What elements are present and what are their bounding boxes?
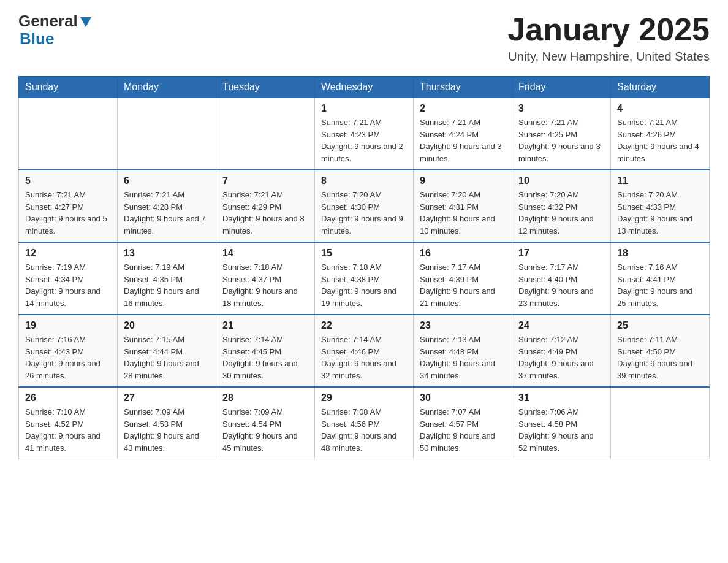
day-number: 23 (420, 320, 506, 331)
calendar-subtitle: Unity, New Hampshire, United States (507, 50, 710, 64)
calendar-cell: 19Sunrise: 7:16 AM Sunset: 4:43 PM Dayli… (19, 315, 118, 387)
day-number: 18 (617, 248, 703, 259)
day-info: Sunrise: 7:09 AM Sunset: 4:54 PM Dayligh… (222, 406, 308, 454)
week-row-5: 26Sunrise: 7:10 AM Sunset: 4:52 PM Dayli… (19, 387, 710, 459)
calendar-cell: 9Sunrise: 7:20 AM Sunset: 4:31 PM Daylig… (414, 170, 512, 242)
day-number: 15 (321, 248, 407, 259)
calendar-cell: 10Sunrise: 7:20 AM Sunset: 4:32 PM Dayli… (512, 170, 611, 242)
logo-triangle-icon (79, 15, 93, 28)
header-tuesday: Tuesday (216, 77, 315, 98)
day-number: 31 (518, 393, 604, 404)
day-info: Sunrise: 7:21 AM Sunset: 4:26 PM Dayligh… (617, 117, 703, 164)
calendar-cell: 6Sunrise: 7:21 AM Sunset: 4:28 PM Daylig… (118, 170, 216, 242)
day-info: Sunrise: 7:18 AM Sunset: 4:37 PM Dayligh… (222, 261, 308, 309)
title-section: January 2025 Unity, New Hampshire, Unite… (507, 12, 710, 64)
calendar-cell (216, 98, 315, 170)
day-info: Sunrise: 7:18 AM Sunset: 4:38 PM Dayligh… (321, 261, 407, 309)
day-number: 4 (617, 103, 703, 114)
day-number: 2 (420, 103, 506, 114)
header-friday: Friday (512, 77, 611, 98)
day-info: Sunrise: 7:16 AM Sunset: 4:43 PM Dayligh… (25, 334, 111, 381)
calendar-cell: 1Sunrise: 7:21 AM Sunset: 4:23 PM Daylig… (315, 98, 414, 170)
calendar-cell: 8Sunrise: 7:20 AM Sunset: 4:30 PM Daylig… (315, 170, 414, 242)
week-row-4: 19Sunrise: 7:16 AM Sunset: 4:43 PM Dayli… (19, 315, 710, 387)
header-saturday: Saturday (611, 77, 710, 98)
calendar-title: January 2025 (507, 12, 710, 47)
calendar-cell: 31Sunrise: 7:06 AM Sunset: 4:58 PM Dayli… (512, 387, 611, 459)
calendar-cell: 26Sunrise: 7:10 AM Sunset: 4:52 PM Dayli… (19, 387, 118, 459)
day-info: Sunrise: 7:15 AM Sunset: 4:44 PM Dayligh… (124, 334, 210, 381)
day-number: 20 (124, 320, 210, 331)
calendar-cell: 23Sunrise: 7:13 AM Sunset: 4:48 PM Dayli… (414, 315, 512, 387)
logo-blue: Blue (20, 30, 93, 48)
calendar-cell: 29Sunrise: 7:08 AM Sunset: 4:56 PM Dayli… (315, 387, 414, 459)
day-info: Sunrise: 7:19 AM Sunset: 4:34 PM Dayligh… (25, 261, 111, 309)
day-info: Sunrise: 7:21 AM Sunset: 4:28 PM Dayligh… (124, 189, 210, 237)
day-info: Sunrise: 7:20 AM Sunset: 4:33 PM Dayligh… (617, 189, 703, 237)
day-info: Sunrise: 7:17 AM Sunset: 4:40 PM Dayligh… (518, 261, 604, 309)
day-info: Sunrise: 7:10 AM Sunset: 4:52 PM Dayligh… (25, 406, 111, 454)
day-info: Sunrise: 7:21 AM Sunset: 4:27 PM Dayligh… (25, 189, 111, 237)
calendar-cell (19, 98, 118, 170)
calendar-cell: 27Sunrise: 7:09 AM Sunset: 4:53 PM Dayli… (118, 387, 216, 459)
calendar-cell: 22Sunrise: 7:14 AM Sunset: 4:46 PM Dayli… (315, 315, 414, 387)
day-number: 25 (617, 320, 703, 331)
day-info: Sunrise: 7:21 AM Sunset: 4:24 PM Dayligh… (420, 117, 506, 164)
calendar-cell: 14Sunrise: 7:18 AM Sunset: 4:37 PM Dayli… (216, 242, 315, 315)
day-number: 6 (124, 175, 210, 186)
logo-general: General (18, 12, 78, 30)
day-info: Sunrise: 7:14 AM Sunset: 4:45 PM Dayligh… (222, 334, 308, 381)
calendar-cell: 20Sunrise: 7:15 AM Sunset: 4:44 PM Dayli… (118, 315, 216, 387)
day-number: 13 (124, 248, 210, 259)
calendar-cell: 2Sunrise: 7:21 AM Sunset: 4:24 PM Daylig… (414, 98, 512, 170)
week-row-3: 12Sunrise: 7:19 AM Sunset: 4:34 PM Dayli… (19, 242, 710, 315)
day-number: 5 (25, 175, 111, 186)
calendar-cell: 28Sunrise: 7:09 AM Sunset: 4:54 PM Dayli… (216, 387, 315, 459)
week-row-2: 5Sunrise: 7:21 AM Sunset: 4:27 PM Daylig… (19, 170, 710, 242)
day-info: Sunrise: 7:14 AM Sunset: 4:46 PM Dayligh… (321, 334, 407, 381)
day-info: Sunrise: 7:07 AM Sunset: 4:57 PM Dayligh… (420, 406, 506, 454)
day-number: 24 (518, 320, 604, 331)
day-number: 27 (124, 393, 210, 404)
day-number: 17 (518, 248, 604, 259)
day-number: 3 (518, 103, 604, 114)
day-info: Sunrise: 7:16 AM Sunset: 4:41 PM Dayligh… (617, 261, 703, 309)
day-number: 21 (222, 320, 308, 331)
day-number: 12 (25, 248, 111, 259)
day-number: 7 (222, 175, 308, 186)
day-number: 1 (321, 103, 407, 114)
day-info: Sunrise: 7:21 AM Sunset: 4:25 PM Dayligh… (518, 117, 604, 164)
day-number: 30 (420, 393, 506, 404)
day-number: 28 (222, 393, 308, 404)
day-info: Sunrise: 7:13 AM Sunset: 4:48 PM Dayligh… (420, 334, 506, 381)
calendar-cell: 11Sunrise: 7:20 AM Sunset: 4:33 PM Dayli… (611, 170, 710, 242)
header-sunday: Sunday (19, 77, 118, 98)
calendar-cell (118, 98, 216, 170)
day-info: Sunrise: 7:21 AM Sunset: 4:29 PM Dayligh… (222, 189, 308, 237)
header-wednesday: Wednesday (315, 77, 414, 98)
calendar-table: Sunday Monday Tuesday Wednesday Thursday… (18, 76, 710, 459)
calendar-cell: 4Sunrise: 7:21 AM Sunset: 4:26 PM Daylig… (611, 98, 710, 170)
calendar-cell: 15Sunrise: 7:18 AM Sunset: 4:38 PM Dayli… (315, 242, 414, 315)
day-info: Sunrise: 7:17 AM Sunset: 4:39 PM Dayligh… (420, 261, 506, 309)
day-info: Sunrise: 7:08 AM Sunset: 4:56 PM Dayligh… (321, 406, 407, 454)
calendar-cell: 13Sunrise: 7:19 AM Sunset: 4:35 PM Dayli… (118, 242, 216, 315)
calendar-header-row: Sunday Monday Tuesday Wednesday Thursday… (19, 77, 710, 98)
day-info: Sunrise: 7:21 AM Sunset: 4:23 PM Dayligh… (321, 117, 407, 164)
week-row-1: 1Sunrise: 7:21 AM Sunset: 4:23 PM Daylig… (19, 98, 710, 170)
day-number: 10 (518, 175, 604, 186)
svg-marker-0 (80, 17, 91, 27)
day-info: Sunrise: 7:12 AM Sunset: 4:49 PM Dayligh… (518, 334, 604, 381)
day-number: 19 (25, 320, 111, 331)
calendar-cell: 17Sunrise: 7:17 AM Sunset: 4:40 PM Dayli… (512, 242, 611, 315)
calendar-cell: 18Sunrise: 7:16 AM Sunset: 4:41 PM Dayli… (611, 242, 710, 315)
day-info: Sunrise: 7:20 AM Sunset: 4:30 PM Dayligh… (321, 189, 407, 237)
day-number: 8 (321, 175, 407, 186)
day-info: Sunrise: 7:11 AM Sunset: 4:50 PM Dayligh… (617, 334, 703, 381)
calendar-cell: 5Sunrise: 7:21 AM Sunset: 4:27 PM Daylig… (19, 170, 118, 242)
day-info: Sunrise: 7:19 AM Sunset: 4:35 PM Dayligh… (124, 261, 210, 309)
logo: General Blue (18, 12, 93, 47)
day-info: Sunrise: 7:06 AM Sunset: 4:58 PM Dayligh… (518, 406, 604, 454)
day-number: 11 (617, 175, 703, 186)
page-header: General Blue January 2025 Unity, New Ham… (18, 12, 710, 64)
